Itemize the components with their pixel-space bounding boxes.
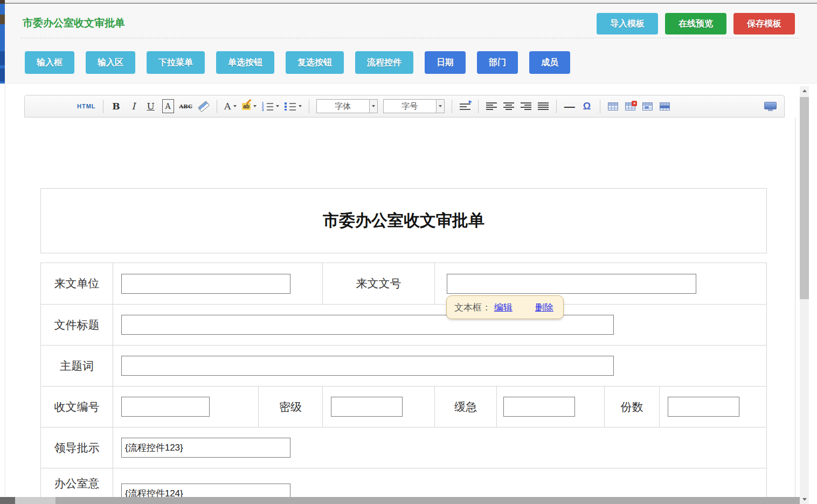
import-template-button[interactable]: 导入模板	[597, 13, 658, 34]
toolbar-separator	[556, 100, 557, 113]
widget-button-checkbox[interactable]: 复选按钮	[286, 51, 344, 74]
font-size-select[interactable]: 字号	[383, 99, 445, 113]
richtext-toolbar: HTML B I U A ABC A Aab 字体 字号 — Ω ×	[24, 95, 785, 118]
table-row: 来文单位 来文文号	[41, 263, 766, 304]
delete-link[interactable]: 删除	[535, 301, 553, 314]
background-window-mark	[0, 51, 5, 65]
online-preview-button[interactable]: 在线预览	[665, 13, 726, 34]
table-row: 领导批示	[41, 427, 766, 468]
urgency-input[interactable]	[503, 397, 575, 417]
vertical-scrollbar[interactable]	[800, 86, 809, 504]
cell-receipt-number	[113, 386, 258, 427]
table-cell-icon[interactable]	[642, 99, 654, 113]
eraser-shape	[198, 100, 210, 112]
doc-number-input[interactable]	[447, 274, 696, 294]
background-window-corner	[0, 0, 5, 4]
widget-button-dropdown-menu[interactable]: 下拉菜单	[147, 51, 205, 74]
cell-keywords	[113, 346, 766, 386]
background-window-edge	[0, 4, 5, 84]
keywords-input[interactable]	[121, 356, 614, 376]
widget-button-member[interactable]: 成员	[529, 51, 570, 74]
font-color-icon[interactable]: A	[224, 99, 237, 113]
copies-input[interactable]	[668, 397, 739, 417]
widget-button-input-box[interactable]: 输入框	[25, 51, 74, 74]
save-template-button[interactable]: 保存模板	[733, 13, 795, 34]
underline-icon[interactable]: U	[145, 99, 157, 113]
font-family-arrow[interactable]	[369, 100, 377, 113]
dashed-separator	[21, 38, 799, 38]
toolbar-separator	[309, 100, 309, 113]
toolbar-separator	[452, 100, 452, 113]
scrollbar-thumb[interactable]	[800, 97, 809, 299]
red-x-icon: ×	[632, 101, 637, 106]
leader-comments-input[interactable]	[121, 438, 290, 458]
italic-icon[interactable]: I	[128, 99, 140, 113]
horizontal-scrollbar-thumb[interactable]	[15, 497, 56, 504]
delete-table-icon[interactable]: ×	[625, 99, 636, 113]
document-title: 市委办公室收文审批单	[323, 210, 484, 232]
receipt-number-input[interactable]	[121, 397, 210, 417]
edit-link[interactable]: 编辑	[494, 301, 513, 314]
unordered-list-icon[interactable]	[285, 99, 302, 113]
align-justify-icon[interactable]	[537, 99, 549, 113]
strikethrough-icon[interactable]: ABC	[179, 99, 192, 113]
insert-table-icon[interactable]	[607, 99, 619, 113]
fullscreen-monitor-icon[interactable]	[764, 102, 777, 111]
font-size-arrow[interactable]	[436, 100, 444, 113]
horizontal-rule-icon[interactable]: —	[564, 99, 576, 113]
font-family-label: 字体	[317, 100, 369, 113]
page-border-left	[5, 84, 5, 504]
chevron-down-icon	[276, 105, 279, 107]
boxed-a-icon[interactable]: A	[162, 99, 174, 113]
label-leader-comments: 领导批示	[41, 427, 113, 468]
background-window-mark	[0, 15, 5, 24]
security-level-input[interactable]	[331, 397, 403, 417]
scroll-down-button[interactable]	[800, 495, 809, 504]
background-window-mark	[0, 68, 5, 81]
align-right-icon[interactable]	[520, 99, 532, 113]
source-unit-input[interactable]	[121, 274, 290, 294]
align-left-icon[interactable]	[486, 99, 497, 113]
chevron-down-icon	[439, 105, 442, 107]
widget-button-date[interactable]: 日期	[425, 51, 466, 74]
template-actions: 导入模板 在线预览 保存模板	[597, 13, 795, 34]
scroll-up-button[interactable]	[800, 86, 809, 95]
horizontal-scrollbar[interactable]	[0, 497, 800, 504]
font-family-select[interactable]: 字体	[316, 99, 378, 113]
header-panel: 市委办公室收文审批单 导入模板 在线预览 保存模板 输入框 输入区 下拉菜单 单…	[5, 4, 817, 84]
widget-button-department[interactable]: 部门	[477, 51, 518, 74]
widget-button-input-area[interactable]: 输入区	[86, 51, 135, 74]
widget-button-radio[interactable]: 单选按钮	[216, 51, 274, 74]
toolbar-separator	[600, 100, 600, 113]
cell-security-level	[322, 386, 434, 427]
toolbar-separator	[478, 100, 479, 113]
highlight-icon[interactable]: Aab	[242, 99, 257, 113]
triangle-up-icon	[802, 89, 807, 92]
label-security-level: 密级	[258, 386, 322, 427]
label-file-title: 文件标题	[41, 305, 113, 345]
window-top-strip	[0, 0, 817, 4]
cell-leader-comments	[113, 427, 766, 468]
document-title-cell: 市委办公室收文审批单	[40, 188, 767, 253]
table-row: 主题词	[41, 345, 766, 386]
table-row: 收文编号 密级 缓急 份数	[41, 386, 766, 427]
special-char-icon[interactable]: Ω	[581, 99, 593, 113]
indent-icon[interactable]	[459, 99, 471, 113]
widget-button-row: 输入框 输入区 下拉菜单 单选按钮 复选按钮 流程控件 日期 部门 成员	[25, 51, 570, 74]
html-source-icon[interactable]: HTML	[77, 99, 96, 113]
chevron-down-icon	[372, 105, 375, 107]
label-doc-number: 来文文号	[322, 263, 434, 304]
table-row-icon[interactable]	[659, 99, 671, 113]
cell-copies	[659, 386, 766, 427]
page-border-right	[795, 118, 795, 497]
horizontal-scrollbar-track[interactable]	[56, 497, 800, 504]
label-receipt-number: 收文编号	[41, 386, 113, 427]
cell-source-unit	[113, 263, 322, 304]
widget-button-flow-control[interactable]: 流程控件	[355, 51, 413, 74]
bold-icon[interactable]: B	[110, 99, 122, 113]
ordered-list-icon[interactable]	[262, 99, 279, 113]
align-center-icon[interactable]	[503, 99, 515, 113]
triangle-down-icon	[802, 498, 807, 501]
toolbar-separator	[103, 100, 103, 113]
eraser-icon[interactable]	[198, 99, 210, 113]
